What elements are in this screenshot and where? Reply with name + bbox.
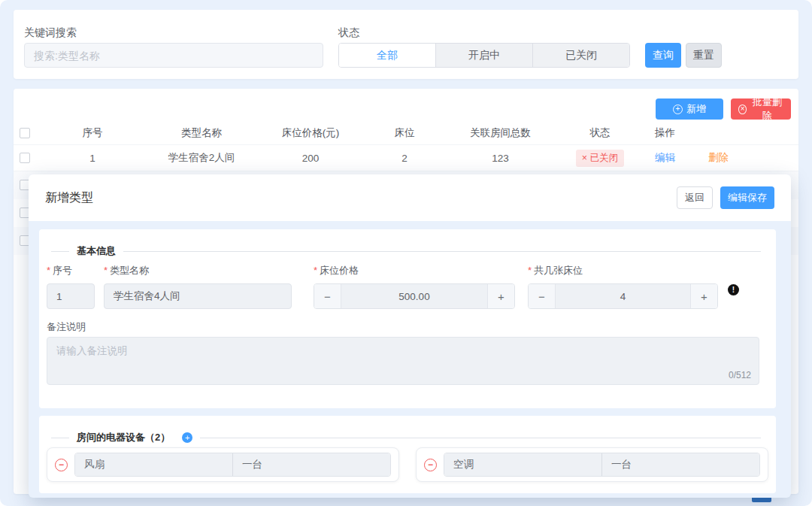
status-tab-closed[interactable]: 已关闭 xyxy=(532,44,629,67)
cell-bed-price: 200 xyxy=(262,153,359,164)
status-tab-open[interactable]: 开启中 xyxy=(435,44,532,67)
row-checkbox[interactable] xyxy=(20,153,30,163)
close-icon: × xyxy=(582,153,587,163)
header-operations: 操作 xyxy=(649,126,798,140)
status-tab-all[interactable]: 全部 xyxy=(339,44,435,67)
basic-info-title: 基本信息 xyxy=(77,244,116,258)
edit-link[interactable]: 编辑 xyxy=(655,151,675,165)
remark-placeholder: 请输入备注说明 xyxy=(56,344,128,358)
beds-count-field-label: 共几张床位 xyxy=(534,265,583,276)
keyword-search-input[interactable] xyxy=(24,43,323,68)
add-button[interactable]: + 新增 xyxy=(656,98,723,120)
bed-price-stepper: − 500.00 + xyxy=(314,283,515,309)
add-button-label: 新增 xyxy=(686,102,706,116)
info-icon[interactable]: ! xyxy=(728,284,739,295)
edit-save-button[interactable]: 编辑保存 xyxy=(720,186,774,209)
status-badge: × 已关闭 xyxy=(576,150,624,167)
status-label: 状态 xyxy=(338,26,359,40)
header-seq: 序号 xyxy=(44,126,141,140)
status-tab-group: 全部 开启中 已关闭 xyxy=(338,43,630,68)
seq-field-group: *序号 1 xyxy=(47,264,95,309)
remove-equipment-icon[interactable]: − xyxy=(55,459,68,471)
equipment-section-title: 房间的电器设备（2） xyxy=(77,431,170,444)
batch-delete-button[interactable]: × 批量删除 xyxy=(731,98,791,120)
type-name-field-label: 类型名称 xyxy=(110,265,149,276)
basic-info-divider: 基本信息 xyxy=(51,244,761,258)
required-mark: * xyxy=(528,265,532,276)
add-equipment-icon[interactable]: + xyxy=(182,432,192,443)
equipment-card: 房间的电器设备（2） + − 风扇 一台 − 空调 一台 xyxy=(39,416,776,493)
remark-textarea[interactable]: 请输入备注说明 0/512 xyxy=(47,337,759,385)
equipment-item-fan: − 风扇 一台 xyxy=(47,447,399,482)
circle-close-icon: × xyxy=(738,105,747,114)
required-mark: * xyxy=(314,265,317,276)
select-all-checkbox[interactable] xyxy=(20,128,30,138)
bed-price-value[interactable]: 500.00 xyxy=(341,284,487,308)
beds-count-field-group: *共几张床位 − 4 + xyxy=(528,264,718,309)
header-status: 状态 xyxy=(551,126,649,140)
char-counter: 0/512 xyxy=(729,370,751,380)
cell-linked-rooms: 123 xyxy=(450,153,551,164)
required-mark: * xyxy=(104,265,108,276)
table-row: 1 学生宿舍2人间 200 2 123 × 已关闭 编辑 删除 xyxy=(14,144,798,171)
delete-link[interactable]: 删除 xyxy=(708,151,729,165)
reset-button[interactable]: 重置 xyxy=(686,43,722,68)
beds-count-stepper: − 4 + xyxy=(528,283,718,309)
decrease-price-button[interactable]: − xyxy=(314,284,341,308)
dialog-header: 新增类型 返回 编辑保存 xyxy=(29,174,791,221)
equipment-divider: 房间的电器设备（2） + xyxy=(51,431,761,444)
header-linked-rooms: 关联房间总数 xyxy=(450,126,551,140)
remark-label: 备注说明 xyxy=(47,320,86,334)
bed-price-field-label: 床位价格 xyxy=(320,265,359,276)
cell-type-name: 学生宿舍2人间 xyxy=(141,151,262,165)
keyword-search-label: 关键词搜索 xyxy=(24,26,77,40)
beds-count-value[interactable]: 4 xyxy=(556,284,690,308)
header-beds: 床位 xyxy=(359,126,450,140)
decrease-beds-button[interactable]: − xyxy=(529,284,556,308)
search-filter-card: 关键词搜索 状态 全部 开启中 已关闭 查询 重置 xyxy=(14,10,798,79)
cell-seq: 1 xyxy=(44,153,141,164)
increase-price-button[interactable]: + xyxy=(487,284,514,308)
type-name-field-group: *类型名称 学生宿舍4人间 xyxy=(104,264,292,309)
seq-field-label: 序号 xyxy=(53,265,72,276)
back-button[interactable]: 返回 xyxy=(677,186,713,209)
increase-beds-button[interactable]: + xyxy=(690,284,717,308)
batch-delete-label: 批量删除 xyxy=(750,95,783,123)
equipment-count-input[interactable]: 一台 xyxy=(602,453,759,476)
equipment-name-input[interactable]: 风扇 xyxy=(75,453,233,476)
type-name-input[interactable]: 学生宿舍4人间 xyxy=(104,283,292,309)
equipment-row: − 风扇 一台 − 空调 一台 xyxy=(47,447,768,482)
required-mark: * xyxy=(47,265,50,276)
remove-equipment-icon[interactable]: − xyxy=(424,459,437,471)
header-type-name: 类型名称 xyxy=(141,126,262,140)
equipment-item-aircon: − 空调 一台 xyxy=(416,447,768,482)
equipment-count-input[interactable]: 一台 xyxy=(233,453,390,476)
equipment-name-input[interactable]: 空调 xyxy=(444,453,602,476)
status-badge-label: 已关闭 xyxy=(590,153,619,163)
header-bed-price: 床位价格(元) xyxy=(262,126,359,140)
add-type-dialog: 新增类型 返回 编辑保存 基本信息 *序号 1 *类型名称 学生宿舍4人间 xyxy=(29,174,791,498)
circle-plus-icon: + xyxy=(673,105,683,114)
basic-info-card: 基本信息 *序号 1 *类型名称 学生宿舍4人间 *床位价格 − 500.00 … xyxy=(39,229,776,408)
query-button[interactable]: 查询 xyxy=(645,43,681,68)
cell-beds: 2 xyxy=(359,153,450,164)
app-container: 关键词搜索 状态 全部 开启中 已关闭 查询 重置 + 新增 × 批量删除 序号… xyxy=(0,0,812,506)
bed-price-field-group: *床位价格 − 500.00 + xyxy=(314,264,515,309)
seq-input[interactable]: 1 xyxy=(47,283,95,309)
dialog-title: 新增类型 xyxy=(45,190,93,206)
table-header-row: 序号 类型名称 床位价格(元) 床位 关联房间总数 状态 操作 xyxy=(14,122,798,144)
